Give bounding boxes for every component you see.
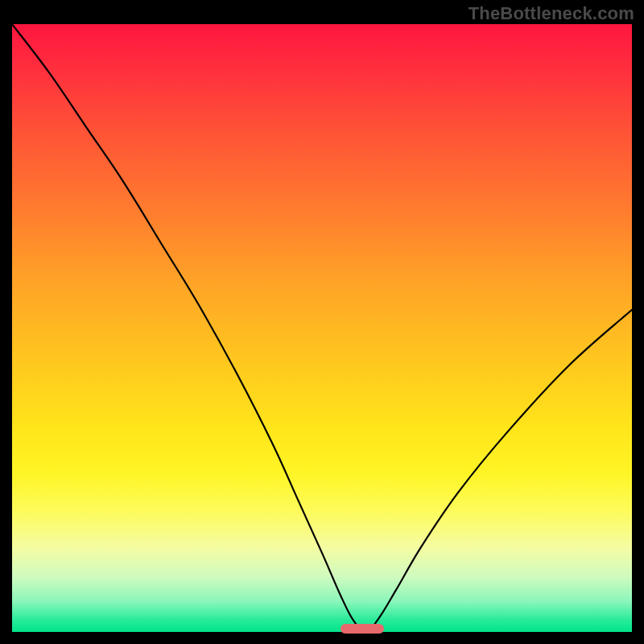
watermark-text: TheBottleneck.com (469, 3, 634, 24)
optimal-range-marker (341, 624, 384, 634)
chart-frame: TheBottleneck.com (0, 0, 644, 644)
plot-area (12, 24, 632, 632)
bottleneck-curve (12, 24, 632, 632)
